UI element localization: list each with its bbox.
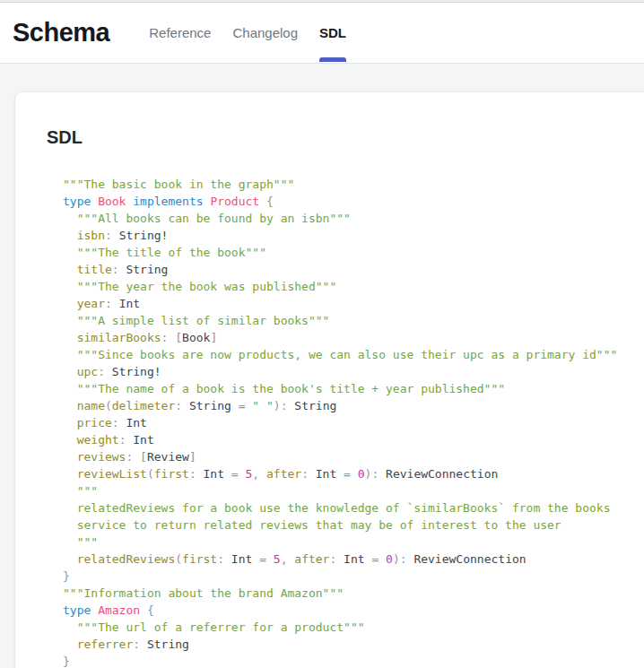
code-line: reviews: [Review] xyxy=(63,448,644,465)
page-title: Schema xyxy=(13,18,109,48)
code-line: similarBooks: [Book] xyxy=(63,329,644,346)
tab-changelog-label: Changelog xyxy=(232,25,298,40)
code-line: } xyxy=(63,653,644,668)
tab-changelog[interactable]: Changelog xyxy=(222,3,309,63)
code-line: """Since books are now products, we can … xyxy=(63,346,644,363)
code-line: """A simple list of similar books""" xyxy=(63,312,644,329)
code-line: isbn: String! xyxy=(63,227,644,244)
sdl-code-block: """The basic book in the graph"""type Bo… xyxy=(47,176,644,668)
code-line: """The year the book was published""" xyxy=(63,278,644,295)
tab-sdl[interactable]: SDL xyxy=(309,3,357,63)
code-line: relatedReviews for a book use the knowle… xyxy=(63,499,644,516)
active-tab-indicator xyxy=(319,57,346,62)
code-line: relatedReviews(first: Int = 5, after: In… xyxy=(63,551,644,568)
schema-tabs: Reference Changelog SDL xyxy=(138,3,357,63)
code-line: name(delimeter: String = " "): String xyxy=(63,397,644,414)
code-line: """The basic book in the graph""" xyxy=(63,176,644,193)
code-line: } xyxy=(63,568,644,585)
code-line: reviewList(first: Int = 5, after: Int = … xyxy=(63,465,644,482)
page-body: SDL """The basic book in the graph"""typ… xyxy=(0,64,644,668)
code-line: service to return related reviews that m… xyxy=(63,516,644,534)
code-line: type Book implements Product { xyxy=(63,193,644,210)
code-line: weight: Int xyxy=(63,431,644,448)
tab-sdl-label: SDL xyxy=(319,25,346,40)
code-line: """Information about the brand Amazon""" xyxy=(63,585,644,602)
tab-reference-label: Reference xyxy=(149,25,211,40)
code-line: """The title of the book""" xyxy=(63,244,644,261)
code-line: """ xyxy=(63,482,644,499)
code-line: price: Int xyxy=(63,414,644,431)
code-line: year: Int xyxy=(63,295,644,312)
sdl-card: SDL """The basic book in the graph"""typ… xyxy=(15,92,644,668)
code-line: """The name of a book is the book's titl… xyxy=(63,380,644,397)
code-line: """All books can be found by an isbn""" xyxy=(63,210,644,227)
sdl-section-heading: SDL xyxy=(47,127,644,148)
code-line: title: String xyxy=(63,261,644,278)
code-line: type Amazon { xyxy=(63,602,644,619)
code-line: referrer: String xyxy=(63,636,644,653)
code-line: """ xyxy=(63,534,644,551)
code-line: """The url of a referrer for a product""… xyxy=(63,619,644,636)
code-line: upc: String! xyxy=(63,363,644,380)
tab-reference[interactable]: Reference xyxy=(138,3,222,63)
schema-page-header: Schema Reference Changelog SDL xyxy=(0,3,644,64)
